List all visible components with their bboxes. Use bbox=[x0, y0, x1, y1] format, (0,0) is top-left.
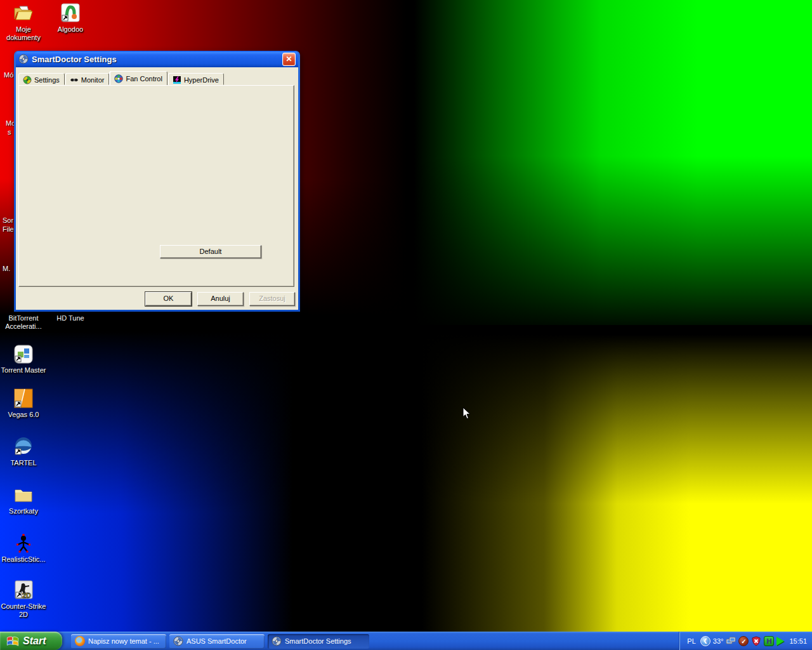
desktop-icon-counter-strike-2d[interactable]: 2D Counter-Strike 2D bbox=[0, 580, 48, 619]
task-button-asus-smartdoctor[interactable]: ASUS SmartDoctor bbox=[169, 634, 265, 649]
tab-label: Monitor bbox=[81, 76, 105, 84]
svg-text:2D: 2D bbox=[22, 592, 31, 599]
task-button-label: ASUS SmartDoctor bbox=[187, 637, 247, 645]
settings-tab-icon bbox=[23, 76, 32, 84]
antivirus-check-icon[interactable]: ✓ bbox=[738, 636, 749, 646]
hyperdrive-tab-icon bbox=[173, 76, 181, 84]
desktop-icon-algodoo[interactable]: Algodoo bbox=[46, 3, 95, 34]
security-shield-icon[interactable] bbox=[751, 636, 761, 646]
fan-tab-icon bbox=[114, 74, 123, 83]
desktop-icon-label: BitTorrent Accelerati... bbox=[0, 314, 48, 331]
start-button-label: Start bbox=[23, 635, 46, 647]
taskbar: Start Napisz nowy temat - ... ASUS Smart… bbox=[0, 632, 812, 650]
vegas-icon bbox=[13, 388, 34, 409]
windows-logo-icon bbox=[6, 634, 20, 648]
desktop-icon-realistic-stick[interactable]: RealisticStic... bbox=[0, 533, 48, 564]
default-button[interactable]: Default bbox=[160, 245, 261, 258]
desktop-icon-label: Szortkaty bbox=[0, 507, 48, 515]
close-button[interactable]: ✕ bbox=[282, 53, 296, 66]
tab-strip: Settings Monitor Fan Control bbox=[18, 73, 225, 85]
desktop-icon-label: HD Tune bbox=[46, 314, 95, 322]
smartdoctor-icon bbox=[173, 636, 183, 646]
desktop-icon-szortkaty[interactable]: Szortkaty bbox=[0, 484, 48, 515]
desktop-icon-moje-dokumenty[interactable]: Moje dokumenty bbox=[0, 3, 48, 42]
mouse-cursor bbox=[462, 407, 471, 420]
tab-fan-control[interactable]: Fan Control bbox=[110, 71, 167, 85]
monitor-tab-icon bbox=[70, 76, 79, 84]
clipped-desktop-label: File bbox=[3, 225, 14, 233]
desktop-icon-label: Algodoo bbox=[46, 25, 95, 34]
desktop-icon-label: RealisticStic... bbox=[0, 555, 48, 564]
play-icon[interactable] bbox=[776, 637, 784, 646]
task-button-smartdoctor-settings[interactable]: SmartDoctor Settings bbox=[268, 634, 369, 649]
desktop-icon-vegas[interactable]: Vegas 6.0 bbox=[0, 388, 48, 419]
task-button-label: Napisz nowy temat - ... bbox=[88, 637, 159, 645]
tab-label: Settings bbox=[34, 76, 60, 84]
cs2d-icon: 2D bbox=[13, 580, 34, 601]
language-indicator[interactable]: PL bbox=[685, 637, 697, 646]
hdtune-tray-icon[interactable]: H bbox=[764, 636, 774, 646]
task-button-label: SmartDoctor Settings bbox=[285, 637, 351, 645]
blue-sphere-icon bbox=[13, 436, 34, 458]
tab-hyperdrive[interactable]: HyperDrive bbox=[168, 73, 224, 85]
start-button[interactable]: Start bbox=[0, 632, 62, 650]
desktop-icon-label: Vegas 6.0 bbox=[0, 411, 48, 419]
desktop-icon-label: Moje dokumenty bbox=[0, 25, 48, 42]
clock[interactable]: 15:51 bbox=[789, 637, 807, 645]
algodoo-icon bbox=[60, 3, 81, 24]
apply-button: Zastosuj bbox=[249, 292, 295, 306]
hide-icons-chevron[interactable]: ❮ bbox=[700, 636, 710, 646]
window-title: SmartDoctor Settings bbox=[32, 55, 282, 64]
tab-label: Fan Control bbox=[126, 75, 162, 83]
tray-temperature-readout: 33° bbox=[713, 637, 724, 645]
folder-icon bbox=[13, 484, 34, 506]
smartdoctor-window-icon bbox=[18, 54, 29, 64]
desktop-icon-tartel[interactable]: TARTEL bbox=[0, 436, 48, 467]
clipped-desktop-label: M. bbox=[3, 265, 10, 272]
desktop-icon-label: TARTEL bbox=[0, 459, 48, 467]
firefox-icon bbox=[75, 636, 85, 646]
open-folder-icon bbox=[13, 3, 34, 24]
tab-monitor[interactable]: Monitor bbox=[65, 73, 110, 85]
clipped-desktop-label: s bbox=[8, 128, 11, 136]
cancel-button[interactable]: Anuluj bbox=[197, 292, 244, 306]
task-button-napisz-nowy-temat[interactable]: Napisz nowy temat - ... bbox=[71, 634, 166, 649]
dialog-client-area: Settings Monitor Fan Control bbox=[16, 67, 298, 310]
stick-figure-icon bbox=[13, 533, 34, 554]
desktop-icon-label: Torrent Master bbox=[0, 366, 48, 375]
torrent-master-icon bbox=[13, 343, 34, 365]
desktop-icon-label: Counter-Strike 2D bbox=[0, 602, 48, 619]
tab-settings[interactable]: Settings bbox=[18, 73, 65, 85]
ok-button[interactable]: OK bbox=[145, 292, 192, 306]
smartdoctor-settings-window: SmartDoctor Settings ✕ Settings Monitor bbox=[14, 51, 300, 312]
network-icon[interactable] bbox=[726, 636, 736, 646]
clipped-desktop-label: Mó bbox=[4, 71, 13, 79]
desktop-icon-torrent-master[interactable]: Torrent Master bbox=[0, 343, 48, 375]
tab-label: HyperDrive bbox=[184, 76, 219, 84]
system-tray: PL ❮ 33° ✓ H 15:51 bbox=[680, 632, 812, 650]
smartdoctor-icon bbox=[272, 636, 282, 646]
window-titlebar[interactable]: SmartDoctor Settings ✕ bbox=[16, 51, 298, 67]
clipped-desktop-label: Sor bbox=[3, 216, 13, 224]
